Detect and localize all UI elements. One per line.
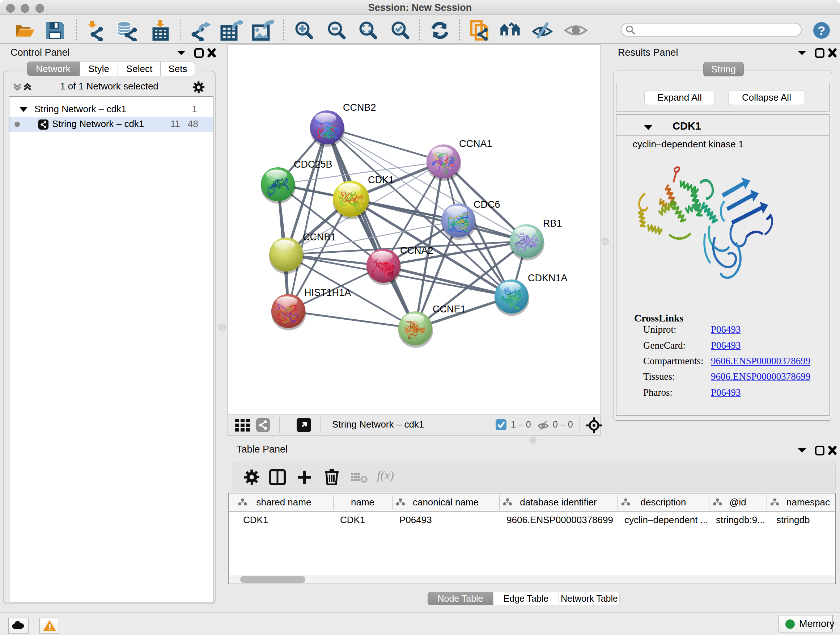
svg-text:?: ?: [818, 24, 826, 37]
svg-text:CCNB1: CCNB1: [303, 232, 336, 242]
svg-text:CDC25B: CDC25B: [294, 159, 332, 170]
svg-text:RB1: RB1: [543, 218, 562, 229]
svg-text:CDC6: CDC6: [474, 199, 500, 210]
svg-text:CDK1: CDK1: [368, 174, 394, 185]
svg-text:CCNB2: CCNB2: [343, 102, 376, 113]
svg-text:CCNA2: CCNA2: [400, 245, 433, 256]
svg-text:CCNA1: CCNA1: [459, 138, 493, 149]
svg-text:CDKN1A: CDKN1A: [528, 272, 568, 283]
svg-text:CCNE1: CCNE1: [433, 304, 466, 315]
svg-text:HIST1H1A: HIST1H1A: [304, 287, 351, 298]
